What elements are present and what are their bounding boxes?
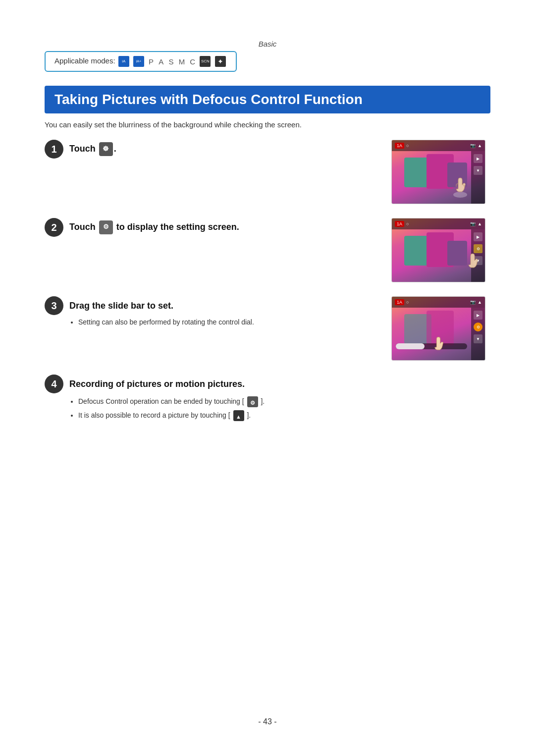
step3-cam-icon2: 📷 [470, 300, 476, 305]
step-2-image-container: 1A ○ 📷 ▲ ▶ ⚙ ▼ [391, 218, 490, 282]
step3-side-icon1: ▶ [474, 311, 482, 320]
step1-cam-indicator: 1A [395, 143, 404, 149]
step2-cam-indicator: 1A [395, 221, 404, 227]
step3-cam-indicator: 1A [395, 299, 404, 305]
step-3-number-row: 3 Drag the slide bar to set. [45, 296, 376, 315]
step2-camera-image: 1A ○ 📷 ▲ ▶ ⚙ ▼ [391, 218, 485, 282]
mode-m: M [179, 57, 185, 66]
step1-side-icon2: ▼ [474, 166, 482, 175]
step3-cam-icon1: ○ [406, 300, 409, 305]
step4-record-icon: ▲ [233, 410, 244, 421]
step-1-left: 1 Touch ☸. [45, 140, 376, 162]
step2-cam-icon1: ○ [406, 221, 409, 226]
step2-touch-icon: ⚙ [99, 220, 113, 234]
step-4-number-row: 4 Recording of pictures or motion pictur… [45, 375, 490, 393]
step-3-badge: 3 [45, 296, 63, 315]
step-3-instruction: Drag the slide bar to set. [69, 301, 173, 311]
step2-side-icon1: ▶ [474, 232, 482, 241]
page-subtitle: You can easily set the blurriness of the… [45, 120, 490, 129]
applicable-modes-box: Applicable modes: iA iA+ P A S M C SCN ✦ [45, 51, 237, 72]
page-title: Taking Pictures with Defocus Control Fun… [45, 86, 490, 113]
page-number: - 43 - [0, 717, 535, 726]
step-4-instruction: Recording of pictures or motion pictures… [69, 379, 245, 389]
step-3-image-container: 1A ○ 📷 ▲ ▶ ⚙ ▼ [391, 296, 490, 361]
page-header-block: Applicable modes: iA iA+ P A S M C SCN ✦ [45, 51, 490, 77]
mode-p: P [149, 57, 154, 66]
mode-icon-ia-plus: iA+ [133, 56, 144, 67]
step2-cam-icon3: ▲ [478, 221, 482, 226]
step1-cam-icon2: 📷 [470, 143, 476, 148]
step3-side-icon2: ⚙ [474, 323, 482, 331]
step-1-row: 1 Touch ☸. 1A ○ 📷 ▲ ▶ ▼ [45, 140, 490, 204]
step-2-instruction: Touch ⚙ to display the setting screen. [69, 220, 239, 234]
step-4-bullet-2: It is also possible to record a picture … [78, 410, 490, 421]
step-3-left: 3 Drag the slide bar to set. Setting can… [45, 296, 376, 328]
mode-icon-ia: iA [118, 56, 129, 67]
step-1-number-row: 1 Touch ☸. [45, 140, 376, 159]
step3-hand-cursor [429, 333, 448, 356]
step3-camera-image: 1A ○ 📷 ▲ ▶ ⚙ ▼ [391, 296, 485, 361]
svg-point-0 [453, 192, 467, 198]
step-1-badge: 1 [45, 140, 63, 159]
step3-cam-topbar: 1A ○ 📷 ▲ [392, 297, 485, 308]
step3-cam-icon3: ▲ [478, 300, 482, 305]
step-4-left: 4 Recording of pictures or motion pictur… [45, 375, 490, 423]
step-4-badge: 4 [45, 375, 63, 393]
step3-side-icon3: ▼ [474, 334, 482, 343]
step1-cam-icon3: ▲ [478, 143, 482, 148]
page-wrapper: Basic Applicable modes: iA iA+ P A S M C… [0, 0, 535, 756]
step3-slide-fill [396, 343, 425, 349]
step1-cam-icon1: ○ [406, 143, 409, 148]
step2-cam-topbar: 1A ○ 📷 ▲ [392, 218, 485, 229]
step-4-sub: Defocus Control operation can be ended b… [69, 396, 490, 421]
step-2-number-row: 2 Touch ⚙ to display the setting screen. [45, 218, 376, 237]
step1-touch-icon: ☸ [99, 142, 113, 156]
step-2-row: 2 Touch ⚙ to display the setting screen.… [45, 218, 490, 282]
step-1-instruction: Touch ☸. [69, 142, 116, 156]
step2-cam-icon2: 📷 [470, 221, 476, 226]
mode-a: A [159, 57, 163, 66]
step1-side-icon1: ▶ [474, 154, 482, 163]
mode-c: C [190, 57, 195, 66]
step-2-left: 2 Touch ⚙ to display the setting screen. [45, 218, 376, 240]
step-3-bullet-1: Setting can also be performed by rotatin… [78, 318, 376, 326]
step1-cam-topbar: 1A ○ 📷 ▲ [392, 140, 485, 151]
applicable-modes-label: Applicable modes: [54, 56, 115, 65]
step2-hand-cursor [463, 250, 482, 274]
step1-hand-cursor [450, 174, 470, 199]
mode-s: S [168, 57, 173, 66]
step4-end-icon: ⚙ [247, 396, 258, 407]
step1-camera-image: 1A ○ 📷 ▲ ▶ ▼ [391, 140, 485, 204]
mode-icon-creative: ✦ [215, 56, 226, 67]
step-4-row: 4 Recording of pictures or motion pictur… [45, 375, 490, 423]
step-1-image-container: 1A ○ 📷 ▲ ▶ ▼ [391, 140, 490, 204]
step-3-row: 3 Drag the slide bar to set. Setting can… [45, 296, 490, 361]
step-2-badge: 2 [45, 218, 63, 237]
step-4-bullet-1: Defocus Control operation can be ended b… [78, 396, 490, 407]
section-label: Basic [45, 40, 490, 48]
mode-icon-scn: SCN [200, 56, 211, 67]
step1-cam-rightbar: ▶ ▼ [471, 151, 485, 204]
step3-cam-rightbar: ▶ ⚙ ▼ [471, 308, 485, 360]
step-3-sub: Setting can also be performed by rotatin… [69, 318, 376, 326]
